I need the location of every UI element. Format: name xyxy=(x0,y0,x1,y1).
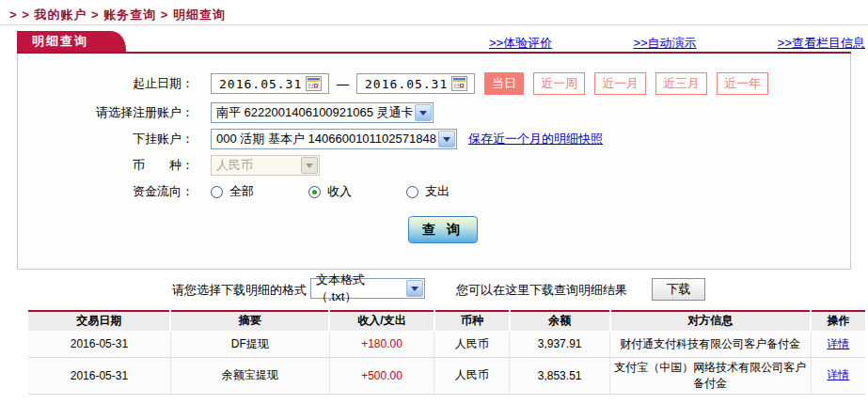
save-snapshot-link[interactable]: 保存近一个月的明细快照 xyxy=(468,131,603,147)
flow-radio-all-label: 全部 xyxy=(229,183,254,200)
col-header-action: 操作 xyxy=(811,311,865,331)
chevron-down-icon[interactable] xyxy=(438,131,455,147)
sub-account-row: 下挂账户： 000 活期 基本户 1406600101102571848 保存近… xyxy=(18,128,850,150)
download-row: 请您选择下载明细的格式 文本格式（.txt） 您可以在这里下载查询明细结果 下载 xyxy=(0,278,868,301)
calendar-icon[interactable] xyxy=(451,76,467,91)
date-to-field xyxy=(356,73,475,94)
experience-review-link[interactable]: >>体验评价 xyxy=(489,35,552,52)
registered-account-select[interactable]: 南平 6222001406100921065 灵通卡 xyxy=(211,102,434,123)
col-header-currency: 币种 xyxy=(434,311,510,331)
download-format-select[interactable]: 文本格式（.txt） xyxy=(310,278,425,299)
chevron-down-icon xyxy=(301,157,318,174)
radio-icon[interactable] xyxy=(308,186,321,198)
chevron-down-icon[interactable] xyxy=(406,280,423,297)
col-header-summary: 摘要 xyxy=(170,311,329,331)
detail-query-page: > > 我的账户 > 账务查询 > 明细查询 明细查询 >>体验评价 >>自动演… xyxy=(0,0,868,419)
flow-radio-all[interactable]: 全部 xyxy=(211,183,254,200)
quick-range-3months-button[interactable]: 近三月 xyxy=(655,72,707,95)
calendar-icon[interactable] xyxy=(306,76,322,91)
transactions-table: 交易日期 摘要 收入/支出 币种 余额 对方信息 操作 2016-05-31 D… xyxy=(28,310,865,395)
flow-direction-label: 资金流向： xyxy=(18,183,194,200)
col-header-balance: 余额 xyxy=(510,311,610,331)
date-to-input[interactable] xyxy=(357,75,451,92)
table-row: 2016-05-31 DF提现 +180.00 人民币 3,937.91 财付通… xyxy=(28,331,865,357)
sub-account-value: 000 活期 基本户 1406600101102571848 xyxy=(216,131,436,147)
query-button[interactable]: 查 询 xyxy=(408,216,478,243)
date-from-input[interactable] xyxy=(212,75,306,92)
date-separator: — xyxy=(337,77,349,91)
tab-detail-query[interactable]: 明细查询 xyxy=(17,31,126,52)
flow-radio-income-label: 收入 xyxy=(327,183,352,200)
cell-amount: +500.00 xyxy=(329,357,434,394)
quick-range-year-button[interactable]: 近一年 xyxy=(717,72,768,95)
date-range-row: 起止日期： — 当日 近一周 近一月 近三月 近一年 xyxy=(18,72,850,95)
flow-radio-group: 全部 收入 支出 xyxy=(211,183,504,200)
registered-account-label: 请选择注册账户： xyxy=(18,104,194,121)
quick-range-week-button[interactable]: 近一周 xyxy=(533,72,585,95)
sub-account-label: 下挂账户： xyxy=(18,131,194,147)
cell-date: 2016-05-31 xyxy=(28,357,170,394)
download-format-label: 请您选择下载明细的格式 xyxy=(172,282,307,299)
date-from-field xyxy=(211,73,329,94)
quick-range-today-button[interactable]: 当日 xyxy=(484,72,524,95)
currency-value: 人民币 xyxy=(216,157,253,174)
cell-currency: 人民币 xyxy=(434,331,510,357)
cell-summary: 余额宝提现 xyxy=(170,357,329,394)
col-header-counterparty: 对方信息 xyxy=(610,311,812,331)
download-hint: 您可以在这里下载查询明细结果 xyxy=(456,282,627,299)
quick-range-month-button[interactable]: 近一月 xyxy=(594,72,646,95)
download-button[interactable]: 下载 xyxy=(652,278,705,301)
col-header-amount: 收入/支出 xyxy=(329,311,434,331)
flow-radio-expense-label: 支出 xyxy=(425,183,450,200)
cell-summary: DF提现 xyxy=(170,331,329,357)
flow-direction-row: 资金流向： 全部 收入 支出 xyxy=(18,180,850,203)
registered-account-row: 请选择注册账户： 南平 6222001406100921065 灵通卡 xyxy=(18,101,850,124)
cell-currency: 人民币 xyxy=(434,357,510,394)
query-form-panel: 起止日期： — 当日 近一周 近一月 近三月 近一年 请选择注册账户： 南平 6… xyxy=(17,54,851,270)
radio-icon[interactable] xyxy=(211,186,223,198)
cell-date: 2016-05-31 xyxy=(28,331,170,357)
flow-radio-income[interactable]: 收入 xyxy=(308,183,352,200)
column-info-link[interactable]: >>查看栏目信息 xyxy=(778,35,865,52)
breadcrumb-divider xyxy=(0,24,868,25)
breadcrumb[interactable]: > > 我的账户 > 账务查询 > 明细查询 xyxy=(9,7,226,23)
currency-label: 币 种： xyxy=(18,157,194,174)
table-row: 2016-05-31 余额宝提现 +500.00 人民币 3,853.51 支付… xyxy=(28,357,865,394)
detail-link[interactable]: 详情 xyxy=(827,368,849,381)
chevron-down-icon[interactable] xyxy=(415,104,432,121)
detail-link[interactable]: 详情 xyxy=(827,337,849,350)
sub-account-select[interactable]: 000 活期 基本户 1406600101102571848 xyxy=(211,129,457,149)
date-range-label: 起止日期： xyxy=(18,75,194,92)
table-header-row: 交易日期 摘要 收入/支出 币种 余额 对方信息 操作 xyxy=(28,311,865,331)
flow-radio-expense[interactable]: 支出 xyxy=(406,183,450,200)
registered-account-value: 南平 6222001406100921065 灵通卡 xyxy=(216,104,414,121)
cell-counterparty: 支付宝（中国）网络技术有限公司客户备付金 xyxy=(610,357,812,394)
cell-balance: 3,937.91 xyxy=(510,331,610,357)
radio-icon[interactable] xyxy=(406,186,418,198)
cell-counterparty: 财付通支付科技有限公司客户备付金 xyxy=(610,331,812,357)
currency-select: 人民币 xyxy=(211,155,320,176)
top-links: >>体验评价 >>自动演示 >>查看栏目信息 xyxy=(489,35,865,52)
download-format-value: 文本格式（.txt） xyxy=(316,272,405,305)
col-header-date: 交易日期 xyxy=(28,311,170,331)
cell-balance: 3,853.51 xyxy=(510,357,610,394)
currency-row: 币 种： 人民币 xyxy=(18,154,850,177)
auto-demo-link[interactable]: >>自动演示 xyxy=(633,35,696,52)
cell-amount: +180.00 xyxy=(329,331,434,357)
